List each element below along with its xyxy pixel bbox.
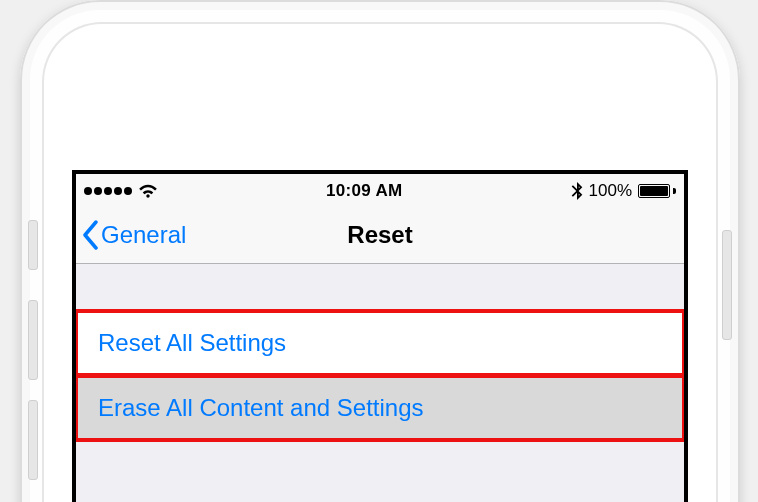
- reset-all-settings-label: Reset All Settings: [98, 329, 286, 356]
- screen: 10:09 AM 100% General Reset: [72, 170, 688, 502]
- erase-all-content-cell[interactable]: Erase All Content and Settings: [76, 376, 684, 441]
- back-button[interactable]: General: [76, 207, 186, 263]
- chevron-left-icon: [82, 220, 99, 250]
- reset-options-group: Reset All Settings Erase All Content and…: [76, 310, 684, 441]
- status-bar: 10:09 AM 100%: [76, 174, 684, 207]
- reset-all-settings-cell[interactable]: Reset All Settings: [76, 310, 684, 376]
- phone-frame: 10:09 AM 100% General Reset: [20, 0, 740, 502]
- erase-all-content-label: Erase All Content and Settings: [98, 394, 424, 421]
- battery-icon: [638, 184, 676, 198]
- mute-switch: [28, 220, 38, 270]
- signal-strength-icon: [84, 187, 132, 195]
- wifi-icon: [138, 181, 158, 201]
- volume-up-button: [28, 300, 38, 380]
- battery-percentage: 100%: [589, 181, 632, 201]
- navigation-bar: General Reset: [76, 207, 684, 264]
- status-left: [84, 181, 158, 201]
- status-right: 100%: [571, 181, 676, 201]
- status-time: 10:09 AM: [326, 181, 402, 201]
- power-button: [722, 230, 732, 340]
- bluetooth-icon: [571, 182, 583, 200]
- back-label: General: [101, 221, 186, 249]
- volume-down-button: [28, 400, 38, 480]
